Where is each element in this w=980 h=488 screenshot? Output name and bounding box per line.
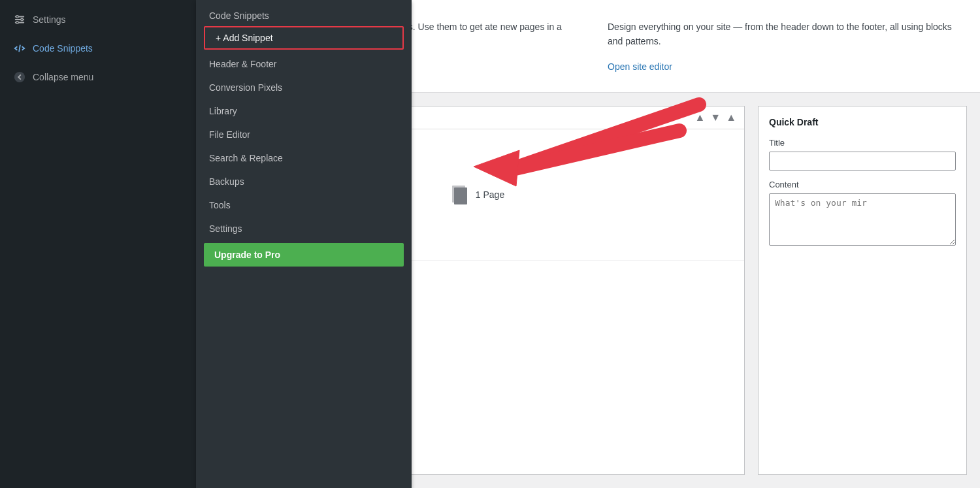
dropdown-backups[interactable]: Backups <box>196 170 412 193</box>
content-textarea[interactable] <box>769 193 956 246</box>
settings-icon <box>13 13 26 26</box>
dropdown-settings[interactable]: Settings <box>196 217 412 240</box>
dropdown-menu: Code Snippets + Add Snippet Header & Foo… <box>196 0 412 488</box>
dropdown-conversion-pixels[interactable]: Conversion Pixels <box>196 76 412 99</box>
dropdown-upgrade[interactable]: Upgrade to Pro <box>204 243 404 267</box>
sidebar-code-snippets-label: Code Snippets <box>33 43 93 54</box>
svg-rect-12 <box>454 187 467 204</box>
dropdown-code-snippets-header: Code Snippets <box>196 5 412 24</box>
dropdown-library[interactable]: Library <box>196 99 412 123</box>
quick-draft-title: Quick Draft <box>769 117 956 127</box>
sidebar-item-settings[interactable]: Settings <box>0 5 196 34</box>
page-count: 1 Page <box>476 189 504 200</box>
dropdown-header-footer[interactable]: Header & Footer <box>196 52 412 76</box>
collapse-icon <box>13 71 26 84</box>
sidebar-item-collapse[interactable]: Collapse menu <box>0 63 196 91</box>
widget-collapse-up-button[interactable]: ▲ <box>694 112 705 123</box>
page-icon <box>449 184 470 205</box>
title-label: Title <box>769 138 956 148</box>
dropdown-file-editor[interactable]: File Editor <box>196 123 412 146</box>
dropdown-add-snippet[interactable]: + Add Snippet <box>204 26 404 50</box>
widget-collapse-down-button[interactable]: ▼ <box>710 112 721 123</box>
sidebar-collapse-label: Collapse menu <box>33 72 93 82</box>
title-input[interactable] <box>769 152 956 171</box>
code-snippets-icon <box>13 42 26 55</box>
svg-line-6 <box>19 45 20 52</box>
dropdown-tools[interactable]: Tools <box>196 193 412 217</box>
dropdown-search-replace[interactable]: Search & Replace <box>196 146 412 170</box>
svg-point-5 <box>16 22 19 24</box>
sidebar-item-code-snippets[interactable]: Code Snippets <box>0 34 196 63</box>
open-site-editor-link[interactable]: Open site editor <box>608 61 672 72</box>
page-info: 1 Page <box>449 184 504 205</box>
widget-toggle-button[interactable]: ▲ <box>726 112 736 123</box>
design-col: Design everything on your site — from th… <box>608 20 954 73</box>
quick-draft-widget: Quick Draft Title Content <box>758 106 967 475</box>
content-label: Content <box>769 180 956 189</box>
svg-point-4 <box>21 18 24 21</box>
sidebar-settings-label: Settings <box>33 14 66 25</box>
design-text: Design everything on your site — from th… <box>608 20 954 49</box>
svg-point-3 <box>16 16 19 18</box>
sidebar: Settings Code Snippets Collapse menu <box>0 0 196 488</box>
svg-point-7 <box>14 72 25 82</box>
